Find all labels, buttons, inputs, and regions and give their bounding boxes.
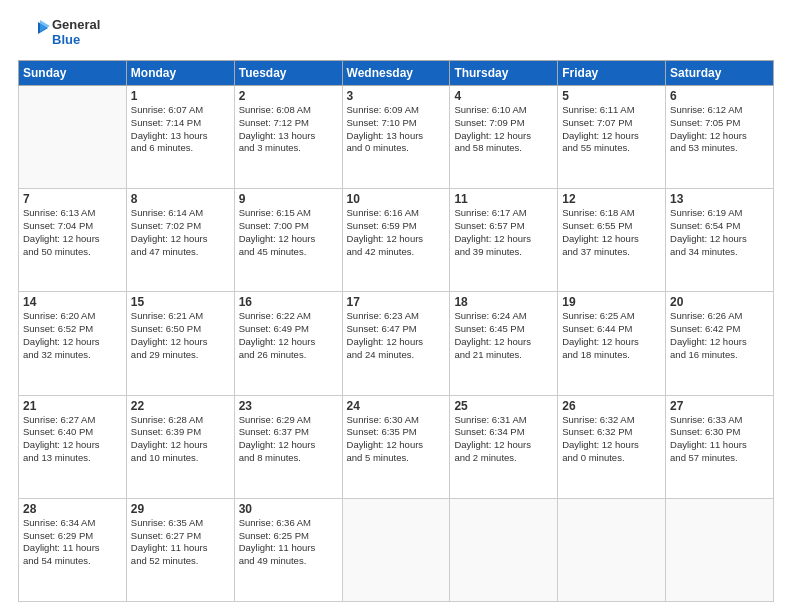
day-info: Sunrise: 6:19 AMSunset: 6:54 PMDaylight:… xyxy=(670,207,769,258)
calendar-week-row: 7Sunrise: 6:13 AMSunset: 7:04 PMDaylight… xyxy=(19,189,774,292)
day-info: Sunrise: 6:25 AMSunset: 6:44 PMDaylight:… xyxy=(562,310,661,361)
day-number: 3 xyxy=(347,89,446,103)
day-info: Sunrise: 6:20 AMSunset: 6:52 PMDaylight:… xyxy=(23,310,122,361)
calendar-weekday-friday: Friday xyxy=(558,61,666,86)
day-info: Sunrise: 6:28 AMSunset: 6:39 PMDaylight:… xyxy=(131,414,230,465)
day-info: Sunrise: 6:33 AMSunset: 6:30 PMDaylight:… xyxy=(670,414,769,465)
day-number: 17 xyxy=(347,295,446,309)
day-number: 27 xyxy=(670,399,769,413)
logo-icon xyxy=(18,18,50,52)
calendar-cell: 4Sunrise: 6:10 AMSunset: 7:09 PMDaylight… xyxy=(450,86,558,189)
day-info: Sunrise: 6:26 AMSunset: 6:42 PMDaylight:… xyxy=(670,310,769,361)
calendar-weekday-wednesday: Wednesday xyxy=(342,61,450,86)
svg-marker-2 xyxy=(40,20,50,32)
day-info: Sunrise: 6:13 AMSunset: 7:04 PMDaylight:… xyxy=(23,207,122,258)
calendar-cell: 14Sunrise: 6:20 AMSunset: 6:52 PMDayligh… xyxy=(19,292,127,395)
day-number: 13 xyxy=(670,192,769,206)
calendar-cell: 30Sunrise: 6:36 AMSunset: 6:25 PMDayligh… xyxy=(234,498,342,601)
day-info: Sunrise: 6:34 AMSunset: 6:29 PMDaylight:… xyxy=(23,517,122,568)
calendar-cell: 20Sunrise: 6:26 AMSunset: 6:42 PMDayligh… xyxy=(666,292,774,395)
calendar-cell xyxy=(450,498,558,601)
day-number: 29 xyxy=(131,502,230,516)
day-info: Sunrise: 6:09 AMSunset: 7:10 PMDaylight:… xyxy=(347,104,446,155)
calendar-cell: 17Sunrise: 6:23 AMSunset: 6:47 PMDayligh… xyxy=(342,292,450,395)
logo: General Blue xyxy=(18,18,100,52)
svg-rect-0 xyxy=(18,18,50,52)
calendar-cell: 7Sunrise: 6:13 AMSunset: 7:04 PMDaylight… xyxy=(19,189,127,292)
day-number: 25 xyxy=(454,399,553,413)
calendar-cell xyxy=(666,498,774,601)
calendar-cell: 28Sunrise: 6:34 AMSunset: 6:29 PMDayligh… xyxy=(19,498,127,601)
day-info: Sunrise: 6:17 AMSunset: 6:57 PMDaylight:… xyxy=(454,207,553,258)
calendar-cell: 27Sunrise: 6:33 AMSunset: 6:30 PMDayligh… xyxy=(666,395,774,498)
day-number: 10 xyxy=(347,192,446,206)
calendar-cell: 6Sunrise: 6:12 AMSunset: 7:05 PMDaylight… xyxy=(666,86,774,189)
day-number: 28 xyxy=(23,502,122,516)
logo-blue: Blue xyxy=(52,33,100,48)
day-number: 14 xyxy=(23,295,122,309)
calendar-cell: 26Sunrise: 6:32 AMSunset: 6:32 PMDayligh… xyxy=(558,395,666,498)
calendar-cell xyxy=(558,498,666,601)
calendar-cell: 21Sunrise: 6:27 AMSunset: 6:40 PMDayligh… xyxy=(19,395,127,498)
day-info: Sunrise: 6:27 AMSunset: 6:40 PMDaylight:… xyxy=(23,414,122,465)
day-info: Sunrise: 6:18 AMSunset: 6:55 PMDaylight:… xyxy=(562,207,661,258)
day-number: 22 xyxy=(131,399,230,413)
calendar-cell: 12Sunrise: 6:18 AMSunset: 6:55 PMDayligh… xyxy=(558,189,666,292)
day-number: 4 xyxy=(454,89,553,103)
calendar-cell: 5Sunrise: 6:11 AMSunset: 7:07 PMDaylight… xyxy=(558,86,666,189)
calendar-cell: 10Sunrise: 6:16 AMSunset: 6:59 PMDayligh… xyxy=(342,189,450,292)
day-info: Sunrise: 6:29 AMSunset: 6:37 PMDaylight:… xyxy=(239,414,338,465)
day-info: Sunrise: 6:08 AMSunset: 7:12 PMDaylight:… xyxy=(239,104,338,155)
day-info: Sunrise: 6:07 AMSunset: 7:14 PMDaylight:… xyxy=(131,104,230,155)
day-number: 6 xyxy=(670,89,769,103)
calendar-cell: 24Sunrise: 6:30 AMSunset: 6:35 PMDayligh… xyxy=(342,395,450,498)
calendar-cell: 9Sunrise: 6:15 AMSunset: 7:00 PMDaylight… xyxy=(234,189,342,292)
day-number: 8 xyxy=(131,192,230,206)
day-number: 24 xyxy=(347,399,446,413)
calendar-cell xyxy=(342,498,450,601)
day-info: Sunrise: 6:22 AMSunset: 6:49 PMDaylight:… xyxy=(239,310,338,361)
calendar-cell: 18Sunrise: 6:24 AMSunset: 6:45 PMDayligh… xyxy=(450,292,558,395)
day-number: 2 xyxy=(239,89,338,103)
day-number: 5 xyxy=(562,89,661,103)
day-number: 21 xyxy=(23,399,122,413)
day-number: 30 xyxy=(239,502,338,516)
day-number: 16 xyxy=(239,295,338,309)
day-number: 20 xyxy=(670,295,769,309)
calendar-week-row: 1Sunrise: 6:07 AMSunset: 7:14 PMDaylight… xyxy=(19,86,774,189)
calendar-cell: 15Sunrise: 6:21 AMSunset: 6:50 PMDayligh… xyxy=(126,292,234,395)
day-info: Sunrise: 6:14 AMSunset: 7:02 PMDaylight:… xyxy=(131,207,230,258)
calendar-weekday-monday: Monday xyxy=(126,61,234,86)
day-number: 12 xyxy=(562,192,661,206)
calendar-cell: 29Sunrise: 6:35 AMSunset: 6:27 PMDayligh… xyxy=(126,498,234,601)
calendar-cell: 22Sunrise: 6:28 AMSunset: 6:39 PMDayligh… xyxy=(126,395,234,498)
calendar-cell: 19Sunrise: 6:25 AMSunset: 6:44 PMDayligh… xyxy=(558,292,666,395)
day-info: Sunrise: 6:21 AMSunset: 6:50 PMDaylight:… xyxy=(131,310,230,361)
day-info: Sunrise: 6:31 AMSunset: 6:34 PMDaylight:… xyxy=(454,414,553,465)
day-number: 1 xyxy=(131,89,230,103)
calendar-week-row: 28Sunrise: 6:34 AMSunset: 6:29 PMDayligh… xyxy=(19,498,774,601)
calendar-cell: 1Sunrise: 6:07 AMSunset: 7:14 PMDaylight… xyxy=(126,86,234,189)
day-info: Sunrise: 6:12 AMSunset: 7:05 PMDaylight:… xyxy=(670,104,769,155)
day-info: Sunrise: 6:16 AMSunset: 6:59 PMDaylight:… xyxy=(347,207,446,258)
day-number: 11 xyxy=(454,192,553,206)
calendar-weekday-thursday: Thursday xyxy=(450,61,558,86)
day-number: 15 xyxy=(131,295,230,309)
logo-general: General xyxy=(52,18,100,33)
calendar-weekday-sunday: Sunday xyxy=(19,61,127,86)
calendar-weekday-tuesday: Tuesday xyxy=(234,61,342,86)
calendar-cell: 2Sunrise: 6:08 AMSunset: 7:12 PMDaylight… xyxy=(234,86,342,189)
calendar-weekday-saturday: Saturday xyxy=(666,61,774,86)
day-number: 7 xyxy=(23,192,122,206)
day-info: Sunrise: 6:10 AMSunset: 7:09 PMDaylight:… xyxy=(454,104,553,155)
calendar-cell xyxy=(19,86,127,189)
day-number: 26 xyxy=(562,399,661,413)
day-number: 9 xyxy=(239,192,338,206)
calendar-header-row: SundayMondayTuesdayWednesdayThursdayFrid… xyxy=(19,61,774,86)
day-info: Sunrise: 6:11 AMSunset: 7:07 PMDaylight:… xyxy=(562,104,661,155)
day-number: 19 xyxy=(562,295,661,309)
calendar-cell: 8Sunrise: 6:14 AMSunset: 7:02 PMDaylight… xyxy=(126,189,234,292)
day-info: Sunrise: 6:32 AMSunset: 6:32 PMDaylight:… xyxy=(562,414,661,465)
day-info: Sunrise: 6:35 AMSunset: 6:27 PMDaylight:… xyxy=(131,517,230,568)
calendar-cell: 16Sunrise: 6:22 AMSunset: 6:49 PMDayligh… xyxy=(234,292,342,395)
